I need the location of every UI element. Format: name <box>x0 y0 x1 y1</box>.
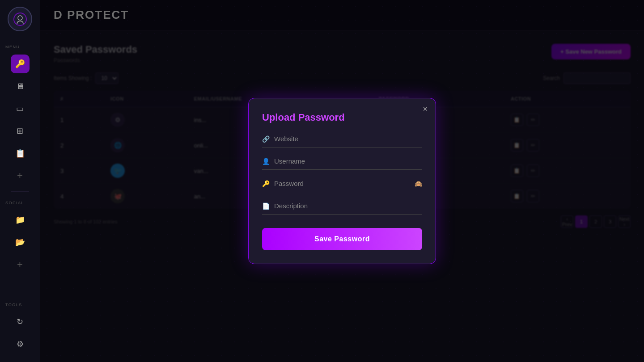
password-field-inner: 🔑 🙈 <box>262 179 422 192</box>
main-content: D PROTECT Saved Passwords Passwords + Sa… <box>40 0 644 362</box>
user-icon: 👤 <box>262 158 270 165</box>
sidebar-add-social[interactable]: + <box>11 255 30 274</box>
password-input[interactable] <box>274 179 410 188</box>
menu-section-label: MENU <box>0 45 20 49</box>
app-container: MENU 🔑 🖥 ▭ ⊞ 📋 + SOCIAL 📁 📂 + <box>0 0 644 362</box>
website-field-group: 🔗 <box>262 134 422 147</box>
puzzle-icon: ⊞ <box>17 126 23 136</box>
username-field-inner: 👤 <box>262 156 422 170</box>
sidebar-item-social1[interactable]: 📁 <box>11 210 30 229</box>
modal-title: Upload Password <box>262 112 422 123</box>
username-input[interactable] <box>274 156 422 166</box>
add-icon: + <box>17 170 23 181</box>
sidebar-item-settings[interactable]: ⚙ <box>11 335 30 354</box>
folder2-icon: 📂 <box>15 237 25 247</box>
social-section-label: SOCIAL <box>0 201 24 205</box>
sidebar-item-notes[interactable]: 📋 <box>11 144 30 163</box>
upload-password-modal: Upload Password × 🔗 👤 <box>248 98 436 264</box>
monitor-icon: 🖥 <box>16 82 24 91</box>
toggle-password-visibility-icon[interactable]: 🙈 <box>415 180 422 187</box>
website-field-inner: 🔗 <box>262 134 422 147</box>
add-social-icon: + <box>17 259 23 270</box>
svg-point-0 <box>14 13 26 25</box>
description-input[interactable] <box>274 201 422 210</box>
folder-icon: 📁 <box>15 215 25 225</box>
password-icon: 🔑 <box>262 180 270 187</box>
refresh-icon: ↻ <box>17 317 23 327</box>
website-input[interactable] <box>274 134 422 143</box>
description-icon: 📄 <box>262 202 270 210</box>
sidebar-item-cards[interactable]: ▭ <box>11 99 30 118</box>
description-field-group: 📄 <box>262 201 422 215</box>
modal-overlay[interactable]: Upload Password × 🔗 👤 <box>40 0 644 362</box>
sidebar-item-social2[interactable]: 📂 <box>11 233 30 252</box>
password-field-group: 🔑 🙈 <box>262 179 422 192</box>
modal-close-button[interactable]: × <box>423 105 428 113</box>
sidebar-item-refresh[interactable]: ↻ <box>11 312 30 331</box>
sidebar-item-extensions[interactable]: ⊞ <box>11 122 30 140</box>
sidebar-item-monitor[interactable]: 🖥 <box>11 77 30 96</box>
svg-point-1 <box>18 16 22 20</box>
sidebar: MENU 🔑 🖥 ▭ ⊞ 📋 + SOCIAL 📁 📂 + <box>0 0 40 362</box>
username-field-group: 👤 <box>262 156 422 170</box>
description-field-inner: 📄 <box>262 201 422 215</box>
sidebar-item-passwords[interactable]: 🔑 <box>11 55 30 73</box>
sidebar-add-menu[interactable]: + <box>11 166 30 185</box>
tools-section-label: TOOLS <box>0 303 22 307</box>
notes-icon: 📋 <box>15 148 25 158</box>
app-logo <box>8 7 32 31</box>
link-icon: 🔗 <box>262 135 270 143</box>
save-password-button[interactable]: Save Password <box>262 228 422 250</box>
sidebar-divider-1 <box>11 191 29 192</box>
settings-icon: ⚙ <box>17 339 24 349</box>
card-icon: ▭ <box>16 104 24 114</box>
key-icon: 🔑 <box>15 59 25 69</box>
